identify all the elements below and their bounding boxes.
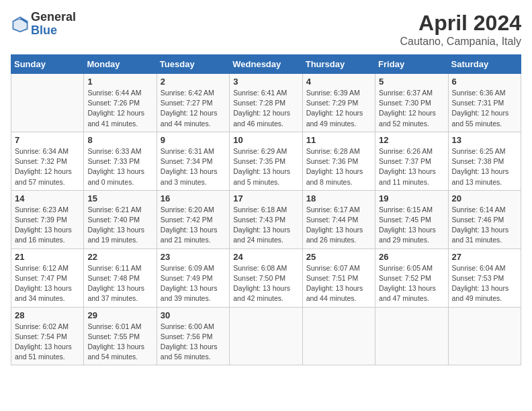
day-info: Sunrise: 6:15 AM Sunset: 7:45 PM Dayligh… [379,205,444,246]
day-number: 5 [379,77,444,87]
day-info: Sunrise: 6:12 AM Sunset: 7:47 PM Dayligh… [15,263,80,304]
day-number: 15 [87,193,152,203]
week-row-2: 7Sunrise: 6:34 AM Sunset: 7:32 PM Daylig… [11,132,521,190]
main-title: April 2024 [400,11,521,36]
day-number: 10 [233,135,298,145]
day-info: Sunrise: 6:21 AM Sunset: 7:40 PM Dayligh… [87,205,152,246]
day-info: Sunrise: 6:28 AM Sunset: 7:36 PM Dayligh… [306,146,371,187]
page-header: General Blue April 2024 Cautano, Campani… [11,11,521,48]
day-number: 21 [15,252,80,262]
calendar-cell: 28Sunrise: 6:02 AM Sunset: 7:54 PM Dayli… [11,307,84,365]
calendar-cell: 17Sunrise: 6:18 AM Sunset: 7:43 PM Dayli… [230,190,302,248]
calendar-cell: 9Sunrise: 6:31 AM Sunset: 7:34 PM Daylig… [157,132,229,190]
calendar-cell: 16Sunrise: 6:20 AM Sunset: 7:42 PM Dayli… [157,190,229,248]
day-info: Sunrise: 6:02 AM Sunset: 7:54 PM Dayligh… [15,322,80,363]
calendar-cell: 20Sunrise: 6:14 AM Sunset: 7:46 PM Dayli… [448,190,521,248]
day-number: 1 [87,77,152,87]
day-number: 2 [161,77,226,87]
calendar-cell: 27Sunrise: 6:04 AM Sunset: 7:53 PM Dayli… [448,248,521,307]
day-info: Sunrise: 6:31 AM Sunset: 7:34 PM Dayligh… [161,146,226,187]
day-number: 30 [161,310,226,320]
day-number: 14 [15,193,80,203]
title-block: April 2024 Cautano, Campania, Italy [400,11,521,48]
col-header-wednesday: Wednesday [230,55,302,74]
day-number: 19 [379,193,444,203]
calendar-cell: 14Sunrise: 6:23 AM Sunset: 7:39 PM Dayli… [11,190,84,248]
day-number: 6 [452,77,517,87]
day-info: Sunrise: 6:07 AM Sunset: 7:51 PM Dayligh… [306,263,371,304]
day-info: Sunrise: 6:04 AM Sunset: 7:53 PM Dayligh… [452,263,517,304]
col-header-tuesday: Tuesday [157,55,229,74]
day-info: Sunrise: 6:41 AM Sunset: 7:28 PM Dayligh… [233,88,298,129]
logo-blue: Blue [31,24,76,38]
svg-marker-0 [11,15,28,32]
header-row: SundayMondayTuesdayWednesdayThursdayFrid… [11,55,521,74]
calendar-cell [230,307,302,365]
calendar-cell: 7Sunrise: 6:34 AM Sunset: 7:32 PM Daylig… [11,132,84,190]
day-info: Sunrise: 6:36 AM Sunset: 7:31 PM Dayligh… [452,88,517,129]
calendar-cell: 15Sunrise: 6:21 AM Sunset: 7:40 PM Dayli… [84,190,157,248]
col-header-friday: Friday [375,55,448,74]
logo-general: General [31,11,76,24]
calendar-cell: 23Sunrise: 6:09 AM Sunset: 7:49 PM Dayli… [157,248,229,307]
day-number: 26 [379,252,444,262]
day-number: 3 [233,77,298,87]
week-row-1: 1Sunrise: 6:44 AM Sunset: 7:26 PM Daylig… [11,74,521,132]
calendar-cell: 11Sunrise: 6:28 AM Sunset: 7:36 PM Dayli… [302,132,375,190]
calendar-cell: 3Sunrise: 6:41 AM Sunset: 7:28 PM Daylig… [230,74,302,132]
day-info: Sunrise: 6:25 AM Sunset: 7:38 PM Dayligh… [452,146,517,187]
calendar-cell: 8Sunrise: 6:33 AM Sunset: 7:33 PM Daylig… [84,132,157,190]
day-number: 25 [306,252,371,262]
day-number: 4 [306,77,371,87]
col-header-monday: Monday [84,55,157,74]
calendar-cell: 6Sunrise: 6:36 AM Sunset: 7:31 PM Daylig… [448,74,521,132]
day-number: 9 [161,135,226,145]
day-number: 20 [452,193,517,203]
day-info: Sunrise: 6:05 AM Sunset: 7:52 PM Dayligh… [379,263,444,304]
week-row-5: 28Sunrise: 6:02 AM Sunset: 7:54 PM Dayli… [11,307,521,365]
day-number: 7 [15,135,80,145]
day-info: Sunrise: 6:09 AM Sunset: 7:49 PM Dayligh… [161,263,226,304]
day-info: Sunrise: 6:14 AM Sunset: 7:46 PM Dayligh… [452,205,517,246]
day-info: Sunrise: 6:42 AM Sunset: 7:27 PM Dayligh… [161,88,226,129]
day-info: Sunrise: 6:17 AM Sunset: 7:44 PM Dayligh… [306,205,371,246]
logo-icon [11,15,30,34]
logo: General Blue [11,11,76,38]
calendar-cell: 21Sunrise: 6:12 AM Sunset: 7:47 PM Dayli… [11,248,84,307]
day-info: Sunrise: 6:23 AM Sunset: 7:39 PM Dayligh… [15,205,80,246]
week-row-4: 21Sunrise: 6:12 AM Sunset: 7:47 PM Dayli… [11,248,521,307]
col-header-saturday: Saturday [448,55,521,74]
calendar-cell: 2Sunrise: 6:42 AM Sunset: 7:27 PM Daylig… [157,74,229,132]
day-number: 28 [15,310,80,320]
day-info: Sunrise: 6:33 AM Sunset: 7:33 PM Dayligh… [87,146,152,187]
logo-text: General Blue [31,11,76,38]
calendar-cell [11,74,84,132]
calendar-cell: 22Sunrise: 6:11 AM Sunset: 7:48 PM Dayli… [84,248,157,307]
day-info: Sunrise: 6:34 AM Sunset: 7:32 PM Dayligh… [15,146,80,187]
calendar-table: SundayMondayTuesdayWednesdayThursdayFrid… [11,54,521,365]
day-number: 22 [87,252,152,262]
calendar-cell: 5Sunrise: 6:37 AM Sunset: 7:30 PM Daylig… [375,74,448,132]
calendar-cell: 12Sunrise: 6:26 AM Sunset: 7:37 PM Dayli… [375,132,448,190]
calendar-cell: 30Sunrise: 6:00 AM Sunset: 7:56 PM Dayli… [157,307,229,365]
calendar-cell: 19Sunrise: 6:15 AM Sunset: 7:45 PM Dayli… [375,190,448,248]
calendar-cell: 13Sunrise: 6:25 AM Sunset: 7:38 PM Dayli… [448,132,521,190]
day-number: 24 [233,252,298,262]
day-info: Sunrise: 6:44 AM Sunset: 7:26 PM Dayligh… [87,88,152,129]
calendar-cell: 25Sunrise: 6:07 AM Sunset: 7:51 PM Dayli… [302,248,375,307]
calendar-cell: 29Sunrise: 6:01 AM Sunset: 7:55 PM Dayli… [84,307,157,365]
subtitle: Cautano, Campania, Italy [400,36,521,48]
day-info: Sunrise: 6:26 AM Sunset: 7:37 PM Dayligh… [379,146,444,187]
day-number: 23 [161,252,226,262]
day-info: Sunrise: 6:20 AM Sunset: 7:42 PM Dayligh… [161,205,226,246]
calendar-cell: 26Sunrise: 6:05 AM Sunset: 7:52 PM Dayli… [375,248,448,307]
day-number: 11 [306,135,371,145]
col-header-thursday: Thursday [302,55,375,74]
week-row-3: 14Sunrise: 6:23 AM Sunset: 7:39 PM Dayli… [11,190,521,248]
day-number: 18 [306,193,371,203]
day-number: 8 [87,135,152,145]
calendar-cell: 1Sunrise: 6:44 AM Sunset: 7:26 PM Daylig… [84,74,157,132]
calendar-cell [302,307,375,365]
calendar-cell: 4Sunrise: 6:39 AM Sunset: 7:29 PM Daylig… [302,74,375,132]
calendar-cell: 24Sunrise: 6:08 AM Sunset: 7:50 PM Dayli… [230,248,302,307]
